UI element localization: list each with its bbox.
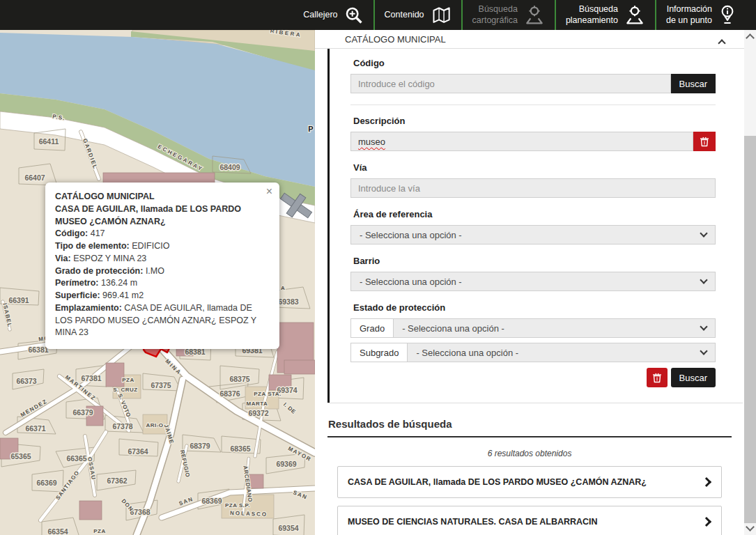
via-input[interactable] bbox=[350, 178, 716, 198]
chevron-down-icon bbox=[700, 229, 707, 237]
map-parcel-label: 68409 bbox=[219, 163, 240, 171]
estado-proteccion-label: Estado de protección bbox=[353, 302, 716, 313]
map-parcel-label: 67364 bbox=[128, 447, 148, 456]
codigo-input[interactable] bbox=[350, 74, 671, 93]
chevron-right-icon bbox=[702, 517, 711, 527]
grado-prefix: Grado bbox=[350, 318, 393, 338]
map-parcel-label: 69372 bbox=[248, 409, 268, 417]
map-street-label: PZA STA. bbox=[254, 391, 281, 397]
map-parcel-label: 67375 bbox=[151, 381, 171, 389]
nav-item-label: Búsquedacartográfica bbox=[472, 4, 518, 26]
codigo-buscar-button[interactable]: Buscar bbox=[671, 74, 716, 93]
map-parcel-label: 66391 bbox=[8, 296, 29, 304]
map-parcel-label: 65365 bbox=[10, 452, 31, 460]
descripcion-input[interactable]: museo bbox=[350, 132, 693, 151]
area-referencia-label: Área de referencia bbox=[353, 209, 716, 219]
map-parcel-label: 69354 bbox=[278, 524, 298, 532]
catalog-form: Código Buscar Descripción museo bbox=[327, 49, 730, 403]
popup-field: Código: 417 bbox=[55, 228, 268, 240]
map-parcel-label: 67362 bbox=[107, 476, 127, 485]
chevron-down-icon bbox=[700, 276, 707, 284]
map-parcel-label: 68365 bbox=[230, 444, 250, 453]
results-heading: Resultados de búsqueda bbox=[327, 418, 732, 437]
popup-field: Perímetro: 136.24 m bbox=[55, 277, 268, 290]
map-parcel-label: 68379 bbox=[190, 442, 210, 450]
map-street-label: PZA bbox=[93, 528, 106, 534]
popup-field: Grado de protección: I.MO bbox=[55, 265, 268, 278]
descripcion-clear-button[interactable] bbox=[693, 132, 716, 151]
nav-item-label: Contenido bbox=[385, 10, 424, 21]
map-parcel-label: 66369 bbox=[36, 479, 56, 487]
nav-item-busqueda-cartografica: Búsquedacartográfica bbox=[463, 0, 555, 30]
search-icon bbox=[344, 6, 364, 25]
clear-form-button[interactable] bbox=[647, 368, 668, 387]
nav-item-label: Informaciónde un punto bbox=[666, 4, 712, 26]
info-pin-icon bbox=[718, 5, 736, 26]
map-parcel-label: 66407 bbox=[24, 173, 45, 182]
nav-item-label: Callejero bbox=[303, 10, 337, 21]
map-parcel-label: 69383 bbox=[278, 297, 298, 306]
panel-scrollbar[interactable] bbox=[744, 30, 756, 535]
scrollbar-thumb[interactable] bbox=[744, 136, 756, 523]
map-parcel-label: 66379 bbox=[72, 408, 93, 417]
result-item[interactable]: CASA DE AGUILAR, llamada DE LOS PARDO MU… bbox=[337, 466, 722, 498]
nav-item-busqueda-planeamiento[interactable]: Búsquedaplaneamiento bbox=[556, 0, 655, 30]
catalog-section-header[interactable]: CATÁLOGO MUNICIPAL bbox=[315, 30, 744, 49]
map-area[interactable]: 6641166407684096639166381663736738166379… bbox=[0, 30, 315, 535]
map-parcel-label: 66365 bbox=[66, 454, 86, 463]
map-parcel-label: 68375 bbox=[229, 375, 249, 383]
map-parcel-label: 66411 bbox=[39, 137, 59, 146]
popup-close-icon[interactable]: × bbox=[266, 186, 272, 197]
map-parcel-label: 68369 bbox=[201, 497, 222, 505]
grado-select[interactable]: - Selecciona una opción - bbox=[393, 318, 716, 338]
chevron-right-icon bbox=[702, 477, 711, 487]
barrio-label: Barrio bbox=[353, 256, 716, 266]
barrio-select[interactable]: - Selecciona una opción - bbox=[350, 272, 716, 291]
results-count: 6 resultados obtenidos bbox=[327, 449, 732, 458]
map-street-label: MARTA bbox=[247, 401, 268, 407]
top-nav: Callejero Contenido Búsquedacartográfica… bbox=[0, 0, 756, 30]
subgrado-select[interactable]: - Selecciona una opción - bbox=[407, 343, 716, 362]
subgrado-prefix: Subgrado bbox=[350, 343, 407, 362]
area-referencia-select[interactable]: - Selecciona una opción - bbox=[350, 225, 716, 245]
catalog-section-title: CATÁLOGO MUNICIPAL bbox=[345, 34, 446, 45]
result-item-label: MUSEO DE CIENCIAS NATURALES. CASA DE ALB… bbox=[348, 517, 598, 527]
map-parcel-label: 66371 bbox=[25, 424, 45, 433]
chevron-down-icon bbox=[700, 323, 707, 330]
map-street-label: S. CRUZ bbox=[113, 387, 138, 393]
map-icon bbox=[431, 6, 452, 25]
map-street-label: NOLASCO bbox=[230, 510, 268, 518]
results-section: Resultados de búsqueda 6 resultados obte… bbox=[315, 403, 744, 535]
search-panel: CATÁLOGO MUNICIPAL Código Buscar Descrip… bbox=[315, 30, 744, 535]
popup-field: Tipo de elemento: EDIFICIO bbox=[55, 240, 268, 253]
scroll-up-icon[interactable] bbox=[746, 33, 755, 42]
nav-item-contenido[interactable]: Contenido bbox=[375, 0, 461, 30]
map-parcel-label: 67378 bbox=[112, 422, 132, 431]
app-window: Callejero Contenido Búsquedacartográfica… bbox=[0, 0, 756, 535]
nav-item-callejero[interactable]: Callejero bbox=[293, 0, 373, 30]
via-label: Vía bbox=[353, 162, 716, 173]
collapse-chevron-icon[interactable] bbox=[718, 39, 725, 47]
map-street-label: PZA S.P. bbox=[225, 502, 250, 509]
chevron-down-icon bbox=[700, 347, 707, 355]
map-parcel-label: 69369 bbox=[276, 460, 296, 468]
popup-field: Emplazamiento: CASA DE AGUILAR, llamada … bbox=[55, 302, 268, 339]
map-parcel-label: 66354 bbox=[47, 527, 68, 535]
map-street-label: PZA bbox=[122, 377, 134, 383]
nav-item-informacion-de-un-punto[interactable]: Informaciónde un punto bbox=[656, 0, 746, 30]
result-item[interactable]: MUSEO DE CIENCIAS NATURALES. CASA DE ALB… bbox=[337, 506, 722, 535]
trash-icon bbox=[652, 373, 662, 383]
map-parcel-label: 67381 bbox=[81, 374, 101, 382]
map-search-icon bbox=[624, 5, 645, 26]
map-search-icon bbox=[524, 5, 545, 26]
map-street-label: ARI-O bbox=[146, 422, 163, 428]
buscar-button[interactable]: Buscar bbox=[671, 368, 716, 387]
descripcion-label: Descripción bbox=[353, 116, 716, 126]
popup-title: CATÁLOGO MUNICIPAL bbox=[55, 191, 268, 203]
scroll-down-icon[interactable] bbox=[746, 522, 755, 532]
popup-field: Superficie: 969.41 m2 bbox=[55, 290, 268, 302]
popup-element-name: CASA DE AGUILAR, llamada DE LOS PARDO MU… bbox=[55, 203, 268, 228]
map-parcel-label: 66373 bbox=[16, 377, 36, 385]
divider bbox=[350, 104, 716, 105]
popup-field: Via: ESPOZ Y MINA 23 bbox=[55, 253, 268, 265]
